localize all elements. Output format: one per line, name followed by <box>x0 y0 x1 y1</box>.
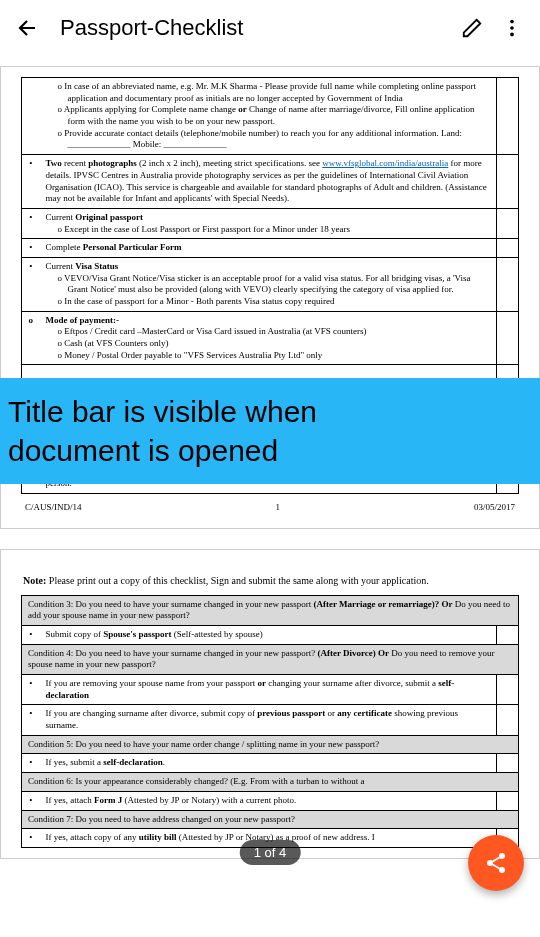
list-item: Current Original passportExcept in the c… <box>40 208 497 238</box>
info-banner: Title bar is visible when document is op… <box>0 378 540 484</box>
vfs-link[interactable]: www.vfsglobal.com/india/australia <box>322 158 448 168</box>
note-text: Note: Please print out a copy of this ch… <box>21 560 519 595</box>
svg-point-3 <box>499 853 505 859</box>
condition-row: Condition 4: Do you need to have your su… <box>22 644 519 674</box>
condition-row: Condition 5: Do you need to have your na… <box>22 735 519 754</box>
back-button[interactable] <box>8 8 48 48</box>
page-footer: C/AUS/IND/14 1 03/05/2017 <box>21 494 519 518</box>
footer-ref: C/AUS/IND/14 <box>25 502 82 514</box>
list-item: Applicants applying for Complete name ch… <box>58 104 491 127</box>
page-title: Passport-Checklist <box>60 15 452 41</box>
list-item: If you are changing surname after divorc… <box>40 705 497 735</box>
list-item: Two recent photographs (2 inch x 2 inch)… <box>40 155 497 209</box>
svg-point-5 <box>499 867 505 873</box>
condition-row: Condition 7: Do you need to have address… <box>22 810 519 829</box>
svg-point-0 <box>510 20 514 24</box>
list-item: Provide accurate contact details (teleph… <box>58 128 491 151</box>
more-menu-button[interactable] <box>492 8 532 48</box>
kebab-menu-icon <box>501 17 523 39</box>
edit-button[interactable] <box>452 8 492 48</box>
list-item: Current Visa StatusVEVO/Visa Grant Notic… <box>40 257 497 311</box>
checklist-table: Condition 3: Do you need to have your su… <box>21 595 519 848</box>
document-viewport[interactable]: In case of an abbreviated name, e.g. Mr.… <box>0 56 540 937</box>
app-header: Passport-Checklist <box>0 0 540 56</box>
list-item: Submit copy of Spouse's passport (Self-a… <box>40 625 497 644</box>
banner-line: document is opened <box>8 431 532 470</box>
list-item: In case of an abbreviated name, e.g. Mr.… <box>58 81 491 104</box>
condition-row: Condition 3: Do you need to have your su… <box>22 595 519 625</box>
footer-date: 03/05/2017 <box>474 502 515 514</box>
pencil-icon <box>461 17 483 39</box>
list-item: If yes, submit a self-declaration. <box>40 754 497 773</box>
footer-page: 1 <box>276 502 281 514</box>
list-item: Mode of payment:-Eftpos / Credit card –M… <box>40 311 497 365</box>
page-indicator: 1 of 4 <box>240 840 301 865</box>
condition-row: Condition 6: Is your appearance consider… <box>22 773 519 792</box>
share-button[interactable] <box>468 835 524 891</box>
share-icon <box>484 851 508 875</box>
list-item: Complete Personal Particular Form <box>40 239 497 258</box>
svg-point-4 <box>487 860 493 866</box>
list-item: If you are removing your spouse name fro… <box>40 675 497 705</box>
svg-point-2 <box>510 33 514 37</box>
banner-line: Title bar is visible when <box>8 392 532 431</box>
svg-point-1 <box>510 26 514 30</box>
back-arrow-icon <box>16 16 40 40</box>
document-page-2: Note: Please print out a copy of this ch… <box>0 549 540 859</box>
list-item: If yes, attach Form J (Attested by JP or… <box>40 791 497 810</box>
